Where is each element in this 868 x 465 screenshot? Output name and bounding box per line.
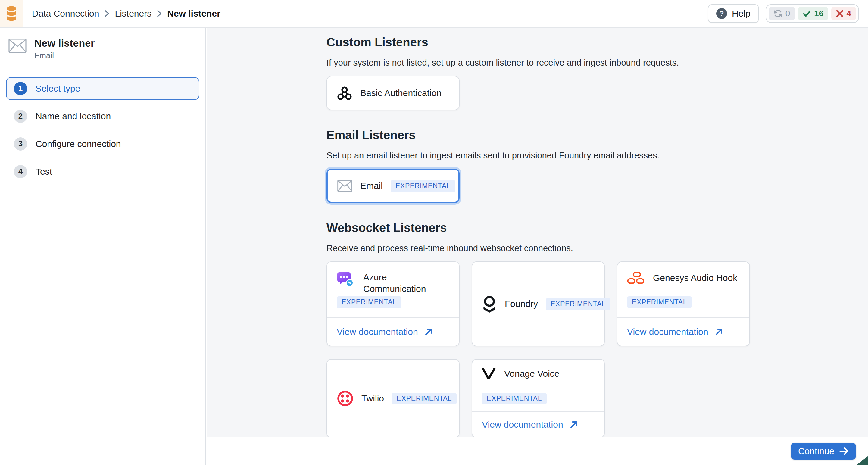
section-title: Custom Listeners: [327, 35, 750, 50]
refresh-icon: [773, 9, 782, 18]
wizard-subtitle: Email: [34, 51, 95, 60]
app-logo[interactable]: [0, 0, 24, 27]
status-success-badge[interactable]: 16: [798, 7, 828, 21]
experimental-badge: EXPERIMENTAL: [482, 393, 547, 404]
top-bar: Data Connection Listeners New listener ?…: [0, 0, 868, 28]
topbar-actions: ? Help 0 16: [708, 4, 859, 23]
websocket-listeners-section: Websocket Listeners Receive and process …: [327, 220, 750, 437]
experimental-badge: EXPERIMENTAL: [391, 180, 455, 192]
card-label: Email: [360, 181, 383, 191]
email-card[interactable]: Email EXPERIMENTAL: [327, 169, 460, 203]
websocket-cards-grid: Azure Communication Services EXPERIMENTA…: [327, 261, 750, 437]
section-description: Set up an email listener to ingest email…: [327, 149, 750, 161]
check-icon: [803, 9, 811, 18]
azure-communication-icon: [337, 272, 353, 287]
step-name-and-location[interactable]: 2 Name and location: [6, 105, 199, 128]
breadcrumb-current: New listener: [167, 8, 220, 19]
chevron-right-icon: [104, 10, 109, 17]
card-label: Vonage Voice: [504, 368, 560, 379]
step-test[interactable]: 4 Test: [6, 160, 199, 183]
custom-listeners-section: Custom Listeners If your system is not l…: [327, 35, 750, 110]
view-documentation-link[interactable]: View documentation: [482, 420, 578, 430]
step-label: Select type: [35, 84, 80, 94]
wizard-footer: Continue: [207, 437, 868, 465]
envelope-icon: [8, 38, 27, 53]
status-summary: 0 16 4: [766, 4, 859, 23]
step-label: Test: [35, 166, 52, 177]
sidebar-header: New listener Email: [0, 28, 206, 69]
continue-label: Continue: [798, 446, 834, 456]
step-select-type[interactable]: 1 Select type: [6, 77, 199, 100]
vonage-voice-card[interactable]: Vonage Voice EXPERIMENTAL View documenta…: [472, 359, 605, 437]
arrow-up-right-icon: [570, 421, 578, 429]
step-label: Configure connection: [35, 139, 121, 149]
listener-type-panel: Custom Listeners If your system is not l…: [207, 28, 868, 437]
arrow-up-right-icon: [715, 328, 723, 336]
continue-button[interactable]: Continue: [791, 443, 856, 460]
step-configure-connection[interactable]: 3 Configure connection: [6, 132, 199, 155]
envelope-icon: [337, 180, 352, 192]
foundry-card[interactable]: Foundry EXPERIMENTAL: [472, 261, 605, 346]
step-number: 4: [14, 165, 27, 178]
card-label: Genesys Audio Hook: [653, 272, 737, 284]
status-failed-badge[interactable]: 4: [831, 7, 856, 21]
wizard-steps: 1 Select type 2 Name and location 3 Conf…: [0, 69, 206, 196]
view-documentation-link[interactable]: View documentation: [337, 327, 433, 337]
failed-count: 4: [846, 9, 851, 19]
section-title: Websocket Listeners: [327, 220, 750, 235]
status-in-progress-badge[interactable]: 0: [769, 7, 795, 21]
vonage-icon: [482, 368, 496, 379]
experimental-badge: EXPERIMENTAL: [546, 298, 611, 310]
azure-communication-services-card[interactable]: Azure Communication Services EXPERIMENTA…: [327, 261, 460, 346]
success-count: 16: [814, 9, 824, 19]
genesys-icon: [627, 272, 645, 284]
chevron-right-icon: [157, 10, 162, 17]
card-label: Twilio: [362, 393, 384, 404]
section-description: Receive and process real-time inbound we…: [327, 242, 750, 254]
breadcrumb-data-connection[interactable]: Data Connection: [32, 8, 99, 19]
step-number: 2: [14, 110, 27, 123]
genesys-audio-hook-card[interactable]: Genesys Audio Hook EXPERIMENTAL View doc…: [617, 261, 750, 346]
wizard-sidebar: New listener Email 1 Select type 2 Name …: [0, 28, 206, 465]
database-icon: [5, 6, 18, 21]
webhook-icon: [337, 85, 352, 101]
experimental-badge: EXPERIMENTAL: [392, 393, 457, 404]
experimental-badge: EXPERIMENTAL: [337, 296, 401, 308]
twilio-card[interactable]: Twilio EXPERIMENTAL: [327, 359, 460, 437]
section-title: Email Listeners: [327, 128, 750, 142]
arrow-up-right-icon: [425, 328, 433, 336]
help-button[interactable]: ? Help: [708, 4, 759, 23]
wizard-title: New listener: [34, 37, 95, 50]
section-description: If your system is not listed, set up a c…: [327, 57, 750, 69]
step-label: Name and location: [35, 111, 111, 121]
step-number: 1: [14, 82, 27, 95]
foundry-icon: [482, 295, 497, 313]
card-label: Basic Authentication: [360, 88, 441, 98]
email-listeners-section: Email Listeners Set up an email listener…: [327, 128, 750, 203]
app-root: Data Connection Listeners New listener ?…: [0, 0, 868, 465]
view-documentation-link[interactable]: View documentation: [627, 327, 723, 337]
step-number: 3: [14, 137, 27, 151]
experimental-badge: EXPERIMENTAL: [627, 296, 692, 308]
basic-authentication-card[interactable]: Basic Authentication: [327, 76, 460, 110]
arrow-right-icon: [839, 447, 849, 455]
cross-icon: [836, 10, 843, 17]
help-label: Help: [732, 8, 750, 19]
question-mark-icon: ?: [716, 8, 727, 19]
card-label: Foundry: [505, 299, 538, 309]
twilio-icon: [337, 390, 353, 407]
breadcrumb: Data Connection Listeners New listener: [32, 8, 220, 19]
breadcrumb-listeners[interactable]: Listeners: [115, 8, 152, 19]
in-progress-count: 0: [785, 9, 790, 19]
